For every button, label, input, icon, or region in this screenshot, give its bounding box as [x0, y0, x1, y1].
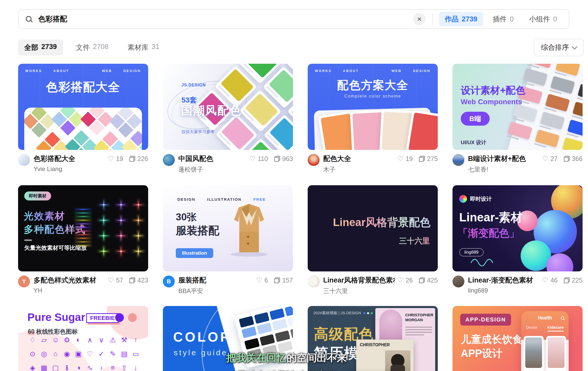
card-author[interactable]: 三十六里: [323, 287, 438, 295]
thumb-note: 仅供大家学习参考: [181, 129, 214, 135]
meta-text: 色彩搭配大全 ♡19 226 Yvie Liang: [34, 154, 148, 173]
line-icon: ∿: [87, 364, 93, 371]
sparkle-star: [115, 215, 127, 226]
card-author[interactable]: BBA平安: [178, 287, 293, 295]
thumb-title: 色彩搭配大全: [18, 79, 148, 95]
color-swatch: [244, 64, 277, 78]
light-line: [75, 209, 91, 210]
line-icon: ⇧: [121, 364, 127, 371]
tab-count: 0: [553, 15, 557, 23]
card-title[interactable]: 色彩搭配大全: [34, 154, 75, 163]
tab-widgets[interactable]: 小组件 0: [523, 12, 563, 26]
sparkle-star: [133, 246, 144, 257]
avatar[interactable]: [163, 154, 175, 166]
card-thumbnail[interactable]: DESIGN ILLUSTRATION FREE 30张 服装搭配 Illust…: [163, 185, 293, 271]
card-author[interactable]: Yvie Liang: [34, 165, 148, 173]
line-icon: ◎: [41, 350, 47, 358]
like-stat[interactable]: ♡57: [108, 277, 123, 284]
card-thumbnail[interactable]: Pure Sugar FREEBIE 60 枚线性彩色图标 ♢▱☺⚙◐∧∨⚠⚒↑…: [18, 306, 148, 371]
filter-count: 2739: [41, 43, 57, 52]
thumb-nav-item: ABOUT: [53, 69, 69, 73]
card-stats: ♡19 226: [108, 155, 148, 163]
filter-files[interactable]: 文件 2708: [70, 39, 115, 55]
avatar[interactable]: [452, 154, 464, 166]
meta-text: 多配色样式光效素材 ♡57 423 YH: [34, 276, 148, 294]
card-author[interactable]: YH: [34, 287, 148, 294]
tab-works[interactable]: 作品 2739: [439, 12, 483, 26]
sparkle-star: [98, 246, 109, 257]
tab-plugins[interactable]: 插件 0: [487, 12, 519, 26]
subtitle-rest: 枚线性彩色图标: [35, 328, 78, 335]
resume-name: CHRISTOPHER: [360, 343, 390, 347]
card-title[interactable]: B端设计素材+配色: [468, 154, 526, 163]
like-stat[interactable]: ♡46: [542, 277, 558, 284]
thumb-title: 光效素材: [24, 209, 65, 223]
thumb-title: Linear风格背景配色: [333, 215, 431, 230]
card-meta: B端设计素材+配色 ♡27 366 七里香!: [452, 154, 583, 174]
copy-stat: 225: [564, 277, 583, 284]
card-thumbnail[interactable]: 即时素材 光效素材 多种配色样式 矢量光效素材可等比缩放: [18, 185, 148, 271]
card-thumbnail[interactable]: JS.DESIGN 53套 国潮风配色 仅供大家学习参考: [163, 64, 293, 150]
card-thumbnail[interactable]: WORKSABOUT WEBDESIGN 色彩搭配大全: [18, 64, 148, 150]
meta-text: B端设计素材+配色 ♡27 366 七里香!: [468, 154, 583, 174]
card-thumbnail[interactable]: 设计素材+配色 Web Components B端 UI/UX 设计: [452, 64, 583, 150]
line-icon: ▱: [41, 336, 47, 344]
card-author[interactable]: 七里香!: [468, 165, 583, 174]
light-line: [75, 216, 91, 217]
sort-dropdown[interactable]: 综合排序: [534, 39, 584, 56]
avatar[interactable]: B: [163, 276, 175, 287]
thumb-subtitle: style guide: [174, 348, 228, 357]
like-stat[interactable]: ♡19: [108, 155, 123, 163]
line-icon: ✎: [110, 350, 116, 358]
color-swatch: [245, 93, 278, 126]
like-stat[interactable]: ♡19: [397, 155, 413, 163]
like-stat[interactable]: ♡26: [397, 277, 413, 284]
card-author[interactable]: ling689: [468, 287, 583, 294]
color-swatch: [562, 137, 583, 150]
copy-icon: [129, 156, 135, 162]
color-swatch: [408, 112, 438, 150]
card-title[interactable]: 多配色样式光效素材: [34, 276, 96, 285]
filter-all[interactable]: 全部 2739: [18, 39, 63, 55]
color-swatch: [244, 338, 260, 350]
color-swatch: [287, 315, 293, 327]
color-chip: [549, 76, 578, 98]
card-author[interactable]: 木子: [323, 165, 438, 174]
avatar[interactable]: Y: [18, 276, 30, 287]
avatar[interactable]: [18, 154, 30, 166]
thumb-nav-item: DESIGN: [123, 69, 141, 73]
color-chip: [544, 94, 573, 116]
like-stat[interactable]: ♡6: [256, 277, 268, 284]
chip-caption: [577, 97, 583, 102]
color-swatch: [254, 312, 269, 324]
card-author[interactable]: 蓬松饼子: [178, 165, 293, 174]
card-title[interactable]: 配色大全: [323, 154, 351, 163]
thumb-byline: 三十六里: [399, 236, 430, 246]
avatar[interactable]: [452, 276, 464, 287]
card-title[interactable]: Linear风格背景配色素材: [323, 276, 395, 285]
search-input[interactable]: [38, 15, 374, 23]
thumb-title: 儿童成长饮食: [461, 332, 523, 346]
heart-icon: ♡: [249, 155, 256, 162]
card-thumbnail[interactable]: APP-DESIGN 儿童成长饮食 APP设计 ✓个人练习作品 ✓免费提供大家参…: [452, 306, 583, 371]
like-stat[interactable]: ♡110: [249, 155, 268, 163]
thumb-subtitle: 60 枚线性彩色图标: [28, 328, 78, 336]
avatar[interactable]: [308, 154, 320, 166]
diamond-cluster: [51, 108, 84, 136]
line-icon: ≡: [111, 364, 115, 371]
card-thumbnail[interactable]: 即时设计 Linear-素材 「渐变配色」 ling689: [452, 185, 583, 271]
color-swatch: [269, 308, 285, 320]
card-thumbnail[interactable]: Linear风格背景配色 三十六里: [308, 185, 438, 271]
sparkle-star: [115, 199, 127, 211]
card-title[interactable]: Linear-渐变配色素材: [468, 276, 533, 285]
meta-text: 服装搭配 ♡6 157 BBA平安: [178, 276, 293, 295]
card-title[interactable]: 中国风配色: [178, 154, 213, 163]
avatar-initial: B: [167, 278, 171, 285]
header-dot: [363, 312, 365, 314]
card-thumbnail[interactable]: WORKSABOUT WEBDESIGN 配色方案大全 Complete col…: [308, 64, 438, 150]
avatar[interactable]: [308, 276, 320, 287]
filter-libraries[interactable]: 素材库 31: [121, 39, 165, 55]
like-stat[interactable]: ♡27: [542, 155, 558, 163]
card-title[interactable]: 服装搭配: [178, 276, 206, 285]
clear-search-button[interactable]: ×: [413, 13, 426, 25]
